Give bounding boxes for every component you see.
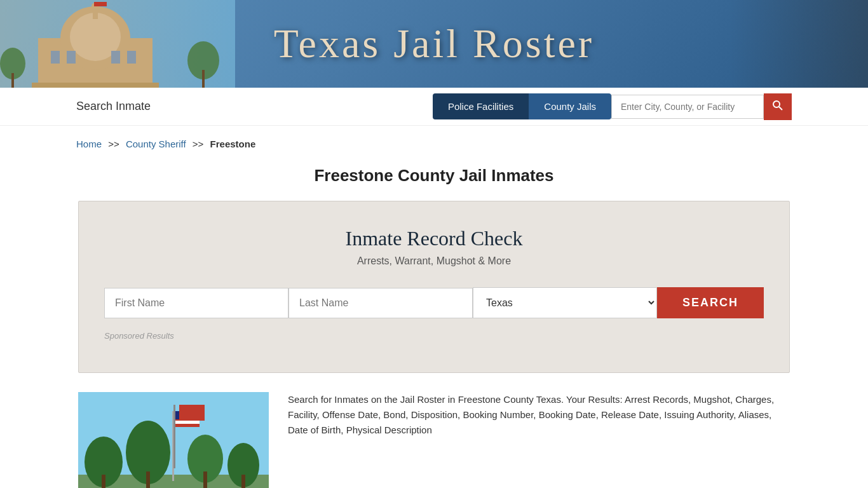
nav-search-button[interactable]: [764, 93, 792, 120]
svg-point-16: [773, 101, 780, 107]
page-title: Freestone County Jail Inmates: [0, 166, 868, 186]
svg-line-17: [779, 107, 782, 110]
search-button[interactable]: SEARCH: [657, 287, 764, 318]
facility-search-input[interactable]: [611, 95, 764, 119]
location-image: [78, 392, 269, 488]
banner-title: Texas Jail Roster: [274, 20, 594, 67]
police-facilities-button[interactable]: Police Facilities: [433, 93, 529, 119]
search-panel: Inmate Record Check Arrests, Warrant, Mu…: [78, 201, 790, 373]
bottom-section: Search for Inmates on the Jail Roster in…: [78, 392, 790, 488]
header-banner: Texas Jail Roster: [0, 0, 868, 88]
search-inmate-label: Search Inmate: [76, 100, 433, 113]
svg-rect-10: [32, 83, 159, 88]
svg-rect-25: [203, 471, 207, 488]
panel-subtitle: Arrests, Warrant, Mugshot & More: [104, 255, 764, 267]
breadcrumb: Home >> County Sheriff >> Freestone: [0, 126, 868, 156]
capitol-illustration: [0, 0, 235, 88]
flag-pole: [173, 405, 175, 468]
first-name-input[interactable]: [104, 288, 288, 318]
svg-rect-31: [174, 421, 200, 424]
flag: [179, 405, 205, 421]
breadcrumb-current: Freestone: [210, 139, 256, 149]
sponsored-results-label: Sponsored Results: [104, 331, 764, 341]
search-fields: AlabamaAlaskaArizonaArkansasCaliforniaCo…: [104, 287, 764, 318]
panel-title: Inmate Record Check: [104, 227, 764, 250]
svg-rect-14: [202, 70, 205, 88]
svg-rect-7: [67, 51, 76, 64]
svg-rect-23: [146, 471, 150, 488]
state-select[interactable]: AlabamaAlaskaArizonaArkansasCaliforniaCo…: [473, 287, 657, 318]
breadcrumb-county-sheriff[interactable]: County Sheriff: [126, 139, 186, 149]
svg-rect-9: [127, 51, 136, 64]
svg-rect-8: [111, 51, 120, 64]
svg-rect-15: [94, 2, 107, 6]
breadcrumb-home[interactable]: Home: [76, 139, 102, 149]
breadcrumb-sep2: >>: [193, 139, 204, 149]
nav-bar: Search Inmate Police Facilities County J…: [0, 88, 868, 126]
last-name-input[interactable]: [288, 288, 473, 318]
svg-rect-6: [51, 51, 60, 64]
right-overlay: [728, 0, 868, 88]
search-icon: [773, 100, 783, 111]
svg-rect-27: [241, 475, 245, 488]
breadcrumb-sep1: >>: [108, 139, 119, 149]
svg-rect-12: [11, 73, 14, 88]
bottom-description: Search for Inmates on the Jail Roster in…: [288, 392, 790, 438]
nav-buttons: Police Facilities County Jails: [433, 93, 792, 120]
svg-rect-21: [102, 475, 105, 488]
county-jails-button[interactable]: County Jails: [529, 93, 611, 119]
